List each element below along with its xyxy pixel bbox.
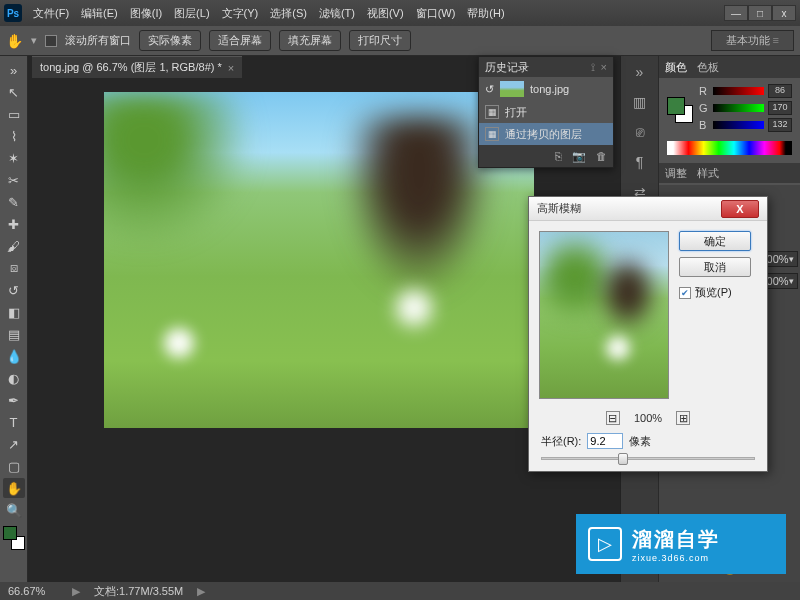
menu-layer[interactable]: 图层(L) — [169, 4, 214, 23]
crop-tool-icon[interactable]: ✂ — [3, 170, 25, 190]
shape-tool-icon[interactable]: ▢ — [3, 456, 25, 476]
workspace-switcher[interactable]: 基本功能 ≡ — [711, 30, 794, 51]
actual-pixels-button[interactable]: 实际像素 — [139, 30, 201, 51]
cancel-button[interactable]: 取消 — [679, 257, 751, 277]
canvas-content — [344, 116, 494, 296]
b-slider[interactable] — [713, 121, 764, 129]
scroll-all-checkbox[interactable] — [45, 35, 57, 47]
menu-image[interactable]: 图像(I) — [125, 4, 167, 23]
gaussian-blur-dialog: 高斯模糊 X 确定 取消 ✔ 预览(P) ⊟ 100% ⊞ 半径(R): 像素 — [528, 196, 768, 472]
delete-icon[interactable]: 🗑 — [596, 150, 607, 162]
preview-zoom-value: 100% — [634, 412, 662, 424]
pen-tool-icon[interactable]: ✒ — [3, 390, 25, 410]
history-step-label: 打开 — [505, 105, 527, 120]
filter-preview[interactable] — [539, 231, 669, 399]
g-label: G — [699, 102, 709, 114]
path-tool-icon[interactable]: ↗ — [3, 434, 25, 454]
g-value[interactable]: 170 — [768, 101, 792, 115]
window-controls: — □ x — [724, 5, 796, 21]
hand-tool[interactable]: ✋ — [3, 478, 25, 498]
radius-input[interactable] — [587, 433, 623, 449]
panel-collapse-icon[interactable]: ⟟ — [591, 61, 595, 74]
fit-screen-button[interactable]: 适合屏幕 — [209, 30, 271, 51]
close-window-button[interactable]: x — [772, 5, 796, 21]
type-tool-icon[interactable]: T — [3, 412, 25, 432]
lasso-tool-icon[interactable]: ⌇ — [3, 126, 25, 146]
history-item[interactable]: ▦ 打开 — [479, 101, 613, 123]
history-panel-header[interactable]: 历史记录 ⟟ × — [479, 57, 613, 77]
status-zoom[interactable]: 66.67% — [8, 585, 58, 597]
tab-toggle-icon[interactable]: » — [3, 60, 25, 80]
color-swatch[interactable] — [667, 97, 693, 123]
minimize-button[interactable]: — — [724, 5, 748, 21]
checkbox-checked-icon: ✔ — [679, 287, 691, 299]
eraser-tool-icon[interactable]: ◧ — [3, 302, 25, 322]
gradient-tool-icon[interactable]: ▤ — [3, 324, 25, 344]
radius-slider[interactable] — [529, 455, 767, 471]
menu-view[interactable]: 视图(V) — [362, 4, 409, 23]
quick-select-tool-icon[interactable]: ✶ — [3, 148, 25, 168]
menu-help[interactable]: 帮助(H) — [462, 4, 509, 23]
character-panel-icon[interactable]: ¶ — [627, 152, 653, 172]
preview-checkbox[interactable]: ✔ 预览(P) — [679, 285, 751, 300]
menu-edit[interactable]: 编辑(E) — [76, 4, 123, 23]
move-tool-icon[interactable]: ↖ — [3, 82, 25, 102]
maximize-button[interactable]: □ — [748, 5, 772, 21]
dodge-tool-icon[interactable]: ◐ — [3, 368, 25, 388]
history-brush-tool-icon[interactable]: ↺ — [3, 280, 25, 300]
print-size-button[interactable]: 打印尺寸 — [349, 30, 411, 51]
history-panel-footer: ⎘ 📷 🗑 — [479, 145, 613, 167]
document-canvas[interactable] — [104, 92, 534, 428]
menu-window[interactable]: 窗口(W) — [411, 4, 461, 23]
marquee-tool-icon[interactable]: ▭ — [3, 104, 25, 124]
tab-styles[interactable]: 样式 — [697, 166, 719, 181]
ok-button[interactable]: 确定 — [679, 231, 751, 251]
r-value[interactable]: 86 — [768, 84, 792, 98]
document-tab-close-icon[interactable]: × — [228, 62, 234, 74]
history-panel-icon[interactable]: ▥ — [627, 92, 653, 112]
status-menu-icon[interactable]: ▶ — [197, 585, 205, 598]
snapshot-label: tong.jpg — [530, 83, 569, 95]
r-label: R — [699, 85, 709, 97]
dock-collapse-icon[interactable]: » — [627, 62, 653, 82]
tab-adjustments[interactable]: 调整 — [665, 166, 687, 181]
new-document-icon[interactable]: ⎘ — [555, 150, 562, 162]
healing-tool-icon[interactable]: ✚ — [3, 214, 25, 234]
document-tab[interactable]: tong.jpg @ 66.7% (图层 1, RGB/8#) * × — [32, 56, 242, 78]
eyedropper-tool-icon[interactable]: ✎ — [3, 192, 25, 212]
dropdown-icon[interactable]: ▾ — [31, 34, 37, 47]
app-logo-icon: Ps — [4, 4, 22, 22]
history-item-selected[interactable]: ▦ 通过拷贝的图层 — [479, 123, 613, 145]
dialog-close-button[interactable]: X — [721, 200, 759, 218]
menu-file[interactable]: 文件(F) — [28, 4, 74, 23]
dialog-titlebar[interactable]: 高斯模糊 X — [529, 197, 767, 221]
new-snapshot-icon[interactable]: 📷 — [572, 150, 586, 163]
tab-color[interactable]: 颜色 — [665, 60, 687, 75]
stamp-tool-icon[interactable]: ⧇ — [3, 258, 25, 278]
b-value[interactable]: 132 — [768, 118, 792, 132]
fill-screen-button[interactable]: 填充屏幕 — [279, 30, 341, 51]
zoom-in-button[interactable]: ⊞ — [676, 411, 690, 425]
blur-tool-icon[interactable]: 💧 — [3, 346, 25, 366]
brush-tool-icon[interactable]: 🖌 — [3, 236, 25, 256]
menu-select[interactable]: 选择(S) — [265, 4, 312, 23]
canvas-content — [154, 318, 204, 368]
zoom-out-button[interactable]: ⊟ — [606, 411, 620, 425]
history-snapshot-row[interactable]: ↺ tong.jpg — [479, 77, 613, 101]
g-slider[interactable] — [713, 104, 764, 112]
title-bar: Ps 文件(F) 编辑(E) 图像(I) 图层(L) 文字(Y) 选择(S) 滤… — [0, 0, 800, 26]
document-tab-label: tong.jpg @ 66.7% (图层 1, RGB/8#) * — [40, 60, 222, 75]
history-brush-icon: ↺ — [485, 83, 494, 96]
zoom-tool-icon[interactable]: 🔍 — [3, 500, 25, 520]
b-label: B — [699, 119, 709, 131]
properties-panel-icon[interactable]: ⎚ — [627, 122, 653, 142]
menu-filter[interactable]: 滤镜(T) — [314, 4, 360, 23]
r-slider[interactable] — [713, 87, 764, 95]
foreground-background-swatch[interactable] — [3, 526, 25, 550]
status-arrow-icon[interactable]: ▶ — [72, 585, 80, 598]
slider-thumb-icon[interactable] — [618, 453, 628, 465]
tab-swatches[interactable]: 色板 — [697, 60, 719, 75]
color-spectrum[interactable] — [667, 141, 792, 155]
panel-menu-icon[interactable]: × — [601, 61, 607, 73]
menu-type[interactable]: 文字(Y) — [217, 4, 264, 23]
